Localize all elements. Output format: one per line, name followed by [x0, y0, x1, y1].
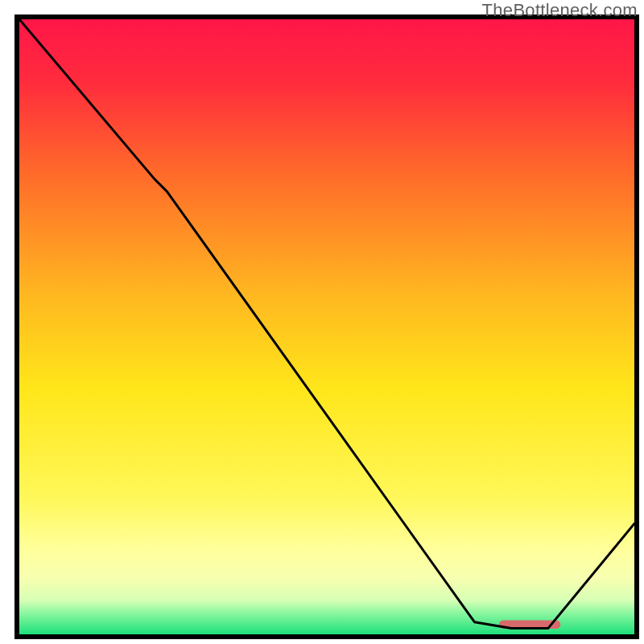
chart-background	[19, 19, 634, 634]
chart-frame	[14, 14, 639, 639]
watermark-text: TheBottleneck.com	[482, 0, 638, 21]
chart-svg	[19, 19, 634, 634]
